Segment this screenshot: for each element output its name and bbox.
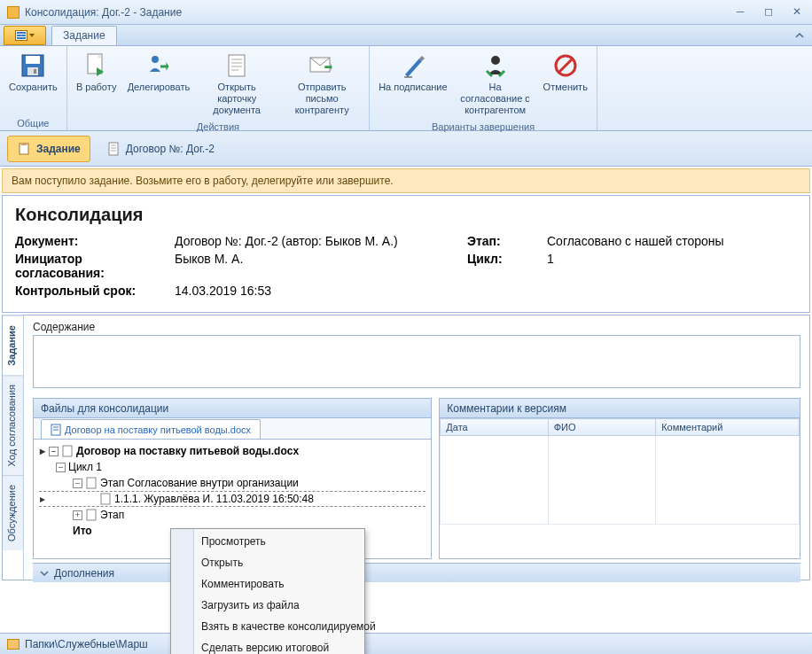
value-stage: Согласовано с нашей стороны [547, 234, 797, 248]
save-button[interactable]: Сохранить [4, 48, 63, 116]
col-date[interactable]: Дата [441, 419, 548, 436]
group-caption-common: Общие [4, 116, 63, 130]
maximize-button[interactable]: ◻ [761, 6, 777, 19]
clipboard-icon [17, 142, 31, 156]
col-fio[interactable]: ФИО [548, 419, 655, 436]
table-row [441, 436, 800, 525]
to-work-button[interactable]: В работу [71, 48, 122, 120]
window-controls: ─ ◻ ✕ [732, 6, 805, 19]
label-cycle: Цикл: [467, 252, 538, 280]
file-tree[interactable]: ▸ – Договор на поставку питьевой воды.do… [34, 440, 431, 542]
document-play-icon [82, 51, 111, 80]
status-bar: Папки\Служебные\Марш [0, 633, 812, 654]
ribbon-group-variants: На подписание На согласование с контраге… [370, 46, 597, 130]
to-sign-button[interactable]: На подписание [373, 48, 452, 120]
document-icon [85, 509, 98, 521]
ctx-load[interactable]: Загрузить из файла [173, 595, 363, 616]
tree-summary-label: Ито [73, 525, 92, 537]
svg-rect-2 [27, 67, 38, 75]
subtab-document[interactable]: Договор №: Дог.-2 [98, 136, 223, 162]
breadcrumb[interactable]: Папки\Служебные\Марш [25, 638, 148, 650]
svg-rect-7 [229, 55, 245, 76]
open-card-button[interactable]: Открыть карточку документа [195, 48, 278, 120]
value-deadline: 14.03.2019 16:53 [175, 284, 458, 298]
doc-icon [51, 424, 61, 436]
cancel-label: Отменить [543, 82, 588, 93]
chevron-down-icon [29, 34, 35, 37]
minimize-button[interactable]: ─ [732, 6, 748, 19]
tree-stage1[interactable]: – Этап Согласование внутри организации [39, 475, 426, 491]
to-sign-label: На подписание [379, 82, 447, 93]
content-label: Содержание [33, 321, 800, 333]
person-arrow-icon [144, 51, 173, 80]
additions-bar[interactable]: Дополнения [33, 563, 800, 582]
folder-icon [7, 639, 20, 650]
ribbon-tab-task[interactable]: Задание [51, 26, 117, 45]
label-deadline: Контрольный срок: [15, 284, 166, 298]
svg-rect-19 [109, 143, 118, 155]
svg-rect-27 [87, 478, 96, 488]
label-initiator: Инициатор согласования: [15, 252, 166, 280]
file-tab-label: Договор на поставку питьевой воды.docx [65, 424, 251, 435]
vtab-task[interactable]: Задание [3, 315, 23, 375]
document-icon [85, 477, 98, 489]
app-icon [7, 6, 20, 19]
svg-rect-1 [26, 56, 40, 64]
to-work-label: В работу [76, 82, 116, 93]
send-letter-label: Отправить письмо контрагенту [284, 82, 360, 116]
delegate-button[interactable]: Делегировать [122, 48, 196, 120]
vertical-tabs: Задание Ход согласования Обсуждение [3, 315, 24, 580]
ribbon-body: Сохранить Общие В работу Делегировать [0, 46, 812, 131]
info-panel: Консолидация Документ: Договор №: Дог.-2… [2, 195, 810, 313]
file-menu-icon [15, 30, 27, 41]
group-caption-variants: Варианты завершения [373, 120, 593, 134]
ctx-open[interactable]: Открыть [173, 552, 363, 573]
vtab-progress[interactable]: Ход согласования [3, 375, 23, 475]
value-cycle: 1 [547, 252, 797, 280]
content-textarea[interactable] [33, 335, 800, 388]
document-icon [99, 493, 112, 505]
svg-line-16 [559, 59, 572, 72]
tree-expand-icon[interactable]: + [73, 510, 82, 520]
cancel-button[interactable]: Отменить [538, 48, 593, 120]
ribbon-tabs: Задание [0, 25, 812, 46]
content-area: Задание Ход согласования Обсуждение Соде… [2, 315, 810, 580]
col-comment[interactable]: Комментарий [656, 419, 800, 436]
notice-bar: Вам поступило задание. Возьмите его в ра… [2, 168, 810, 193]
value-document: Договор №: Дог.-2 (автор: Быков М. А.) [175, 234, 458, 248]
page-title: Консолидация [15, 205, 797, 225]
svg-rect-3 [34, 69, 36, 74]
tree-cycle-label: Цикл 1 [68, 461, 102, 473]
titlebar: Консолидация: Дог.-2 - Задание ─ ◻ ✕ [0, 0, 812, 25]
to-agree-button[interactable]: На согласование с контрагентом [453, 48, 538, 120]
tree-collapse-icon[interactable]: – [56, 463, 66, 472]
file-menu-button[interactable] [4, 26, 46, 45]
ctx-comment[interactable]: Комментировать [173, 573, 363, 595]
cancel-icon [551, 51, 580, 80]
send-letter-button[interactable]: Отправить письмо контрагенту [278, 48, 365, 120]
ctx-makefinal[interactable]: Сделать версию итоговой [173, 637, 363, 654]
collapse-ribbon-icon[interactable] [794, 30, 805, 41]
file-tab[interactable]: Договор на поставку питьевой воды.docx [41, 419, 261, 439]
files-panel-header: Файлы для консолидации [34, 399, 431, 418]
tree-stage2-label: Этап [100, 509, 124, 521]
svg-rect-18 [21, 143, 27, 145]
close-button[interactable]: ✕ [789, 6, 805, 19]
tree-collapse-icon[interactable]: – [49, 447, 59, 456]
tree-version[interactable]: ▸ 1.1.1. Журавлёва И. 11.03.2019 16:50:4… [39, 491, 426, 507]
ribbon-group-actions: В работу Делегировать Открыть карточку д… [67, 46, 371, 130]
subtab-task[interactable]: Задание [7, 136, 90, 162]
context-menu: Просмотреть Открыть Комментировать Загру… [170, 528, 365, 654]
tree-collapse-icon[interactable]: – [73, 479, 82, 488]
ctx-take[interactable]: Взять в качестве консолидируемой [173, 616, 363, 637]
tree-version-label: 1.1.1. Журавлёва И. 11.03.2019 16:50:48 [114, 493, 314, 505]
comments-panel-body: Дата ФИО Комментарий [440, 418, 800, 558]
ribbon-group-common: Сохранить Общие [0, 46, 67, 130]
content-body: Содержание Файлы для консолидации Догово… [24, 315, 809, 580]
tree-stage2[interactable]: + Этап [39, 507, 426, 523]
to-agree-label: На согласование с контрагентом [458, 82, 533, 116]
tree-cycle[interactable]: – Цикл 1 [39, 459, 426, 475]
tree-root[interactable]: ▸ – Договор на поставку питьевой воды.do… [39, 443, 426, 459]
vtab-discussion[interactable]: Обсуждение [3, 475, 23, 550]
ctx-view[interactable]: Просмотреть [173, 531, 363, 552]
